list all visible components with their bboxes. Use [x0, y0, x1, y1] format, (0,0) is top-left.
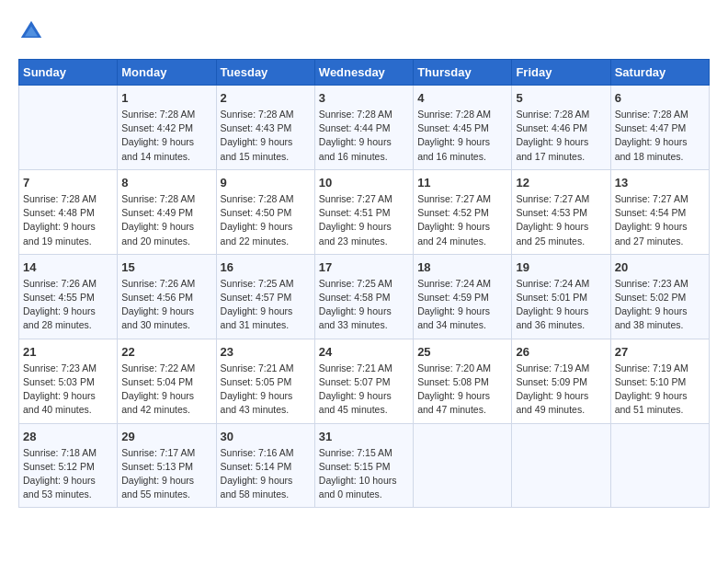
day-info: Sunrise: 7:26 AM Sunset: 4:56 PM Dayligh…: [121, 277, 211, 333]
day-info: Sunrise: 7:17 AM Sunset: 5:13 PM Dayligh…: [121, 446, 211, 502]
day-number: 16: [221, 260, 311, 274]
day-info: Sunrise: 7:28 AM Sunset: 4:44 PM Dayligh…: [319, 108, 409, 164]
calendar-cell: 9Sunrise: 7:28 AM Sunset: 4:50 PM Daylig…: [216, 169, 314, 254]
day-number: 5: [516, 91, 606, 105]
day-number: 3: [319, 91, 409, 105]
day-info: Sunrise: 7:28 AM Sunset: 4:48 PM Dayligh…: [23, 192, 113, 248]
calendar-cell: 14Sunrise: 7:26 AM Sunset: 4:55 PM Dayli…: [19, 254, 118, 339]
calendar-cell: 27Sunrise: 7:19 AM Sunset: 5:10 PM Dayli…: [610, 339, 709, 423]
calendar-cell: 2Sunrise: 7:28 AM Sunset: 4:43 PM Daylig…: [216, 86, 314, 170]
day-number: 27: [615, 345, 705, 359]
day-number: 18: [417, 260, 507, 274]
calendar-cell: 13Sunrise: 7:27 AM Sunset: 4:54 PM Dayli…: [610, 169, 709, 254]
day-info: Sunrise: 7:28 AM Sunset: 4:43 PM Dayligh…: [221, 108, 311, 164]
calendar-cell: [414, 423, 512, 508]
day-info: Sunrise: 7:20 AM Sunset: 5:08 PM Dayligh…: [417, 362, 507, 418]
day-number: 2: [221, 91, 311, 105]
day-info: Sunrise: 7:27 AM Sunset: 4:51 PM Dayligh…: [319, 192, 409, 248]
calendar-cell: [19, 86, 118, 170]
header-cell-monday: Monday: [118, 60, 216, 86]
calendar-week-row: 1Sunrise: 7:28 AM Sunset: 4:42 PM Daylig…: [19, 86, 710, 170]
day-info: Sunrise: 7:24 AM Sunset: 4:59 PM Dayligh…: [417, 277, 507, 333]
day-info: Sunrise: 7:27 AM Sunset: 4:54 PM Dayligh…: [615, 192, 705, 248]
calendar-cell: 16Sunrise: 7:25 AM Sunset: 4:57 PM Dayli…: [216, 254, 314, 339]
day-number: 11: [417, 176, 507, 190]
calendar-week-row: 21Sunrise: 7:23 AM Sunset: 5:03 PM Dayli…: [19, 339, 710, 423]
day-info: Sunrise: 7:15 AM Sunset: 5:15 PM Dayligh…: [319, 446, 409, 502]
header-cell-thursday: Thursday: [414, 60, 512, 86]
header-cell-wednesday: Wednesday: [314, 60, 413, 86]
header-cell-sunday: Sunday: [19, 60, 118, 86]
calendar-cell: 20Sunrise: 7:23 AM Sunset: 5:02 PM Dayli…: [610, 254, 709, 339]
day-number: 17: [319, 260, 409, 274]
logo: [18, 18, 48, 44]
day-number: 20: [615, 260, 705, 274]
calendar-cell: 15Sunrise: 7:26 AM Sunset: 4:56 PM Dayli…: [118, 254, 216, 339]
calendar-cell: [610, 423, 709, 508]
day-info: Sunrise: 7:21 AM Sunset: 5:05 PM Dayligh…: [221, 362, 311, 418]
calendar-table: SundayMondayTuesdayWednesdayThursdayFrid…: [18, 59, 710, 508]
day-number: 21: [23, 345, 113, 359]
day-number: 13: [615, 176, 705, 190]
calendar-cell: 21Sunrise: 7:23 AM Sunset: 5:03 PM Dayli…: [19, 339, 118, 423]
day-number: 6: [615, 91, 705, 105]
calendar-cell: 1Sunrise: 7:28 AM Sunset: 4:42 PM Daylig…: [118, 86, 216, 170]
day-info: Sunrise: 7:25 AM Sunset: 4:58 PM Dayligh…: [319, 277, 409, 333]
header-row: SundayMondayTuesdayWednesdayThursdayFrid…: [19, 60, 710, 86]
day-info: Sunrise: 7:22 AM Sunset: 5:04 PM Dayligh…: [121, 362, 211, 418]
day-info: Sunrise: 7:28 AM Sunset: 4:45 PM Dayligh…: [417, 108, 507, 164]
day-number: 22: [121, 345, 211, 359]
day-info: Sunrise: 7:25 AM Sunset: 4:57 PM Dayligh…: [221, 277, 311, 333]
calendar-cell: 29Sunrise: 7:17 AM Sunset: 5:13 PM Dayli…: [118, 423, 216, 508]
day-number: 31: [319, 430, 409, 443]
day-info: Sunrise: 7:18 AM Sunset: 5:12 PM Dayligh…: [23, 446, 113, 502]
calendar-week-row: 14Sunrise: 7:26 AM Sunset: 4:55 PM Dayli…: [19, 254, 710, 339]
calendar-cell: 26Sunrise: 7:19 AM Sunset: 5:09 PM Dayli…: [512, 339, 610, 423]
day-number: 25: [417, 345, 507, 359]
day-number: 4: [417, 91, 507, 105]
header-cell-saturday: Saturday: [610, 60, 709, 86]
day-info: Sunrise: 7:21 AM Sunset: 5:07 PM Dayligh…: [319, 362, 409, 418]
header-cell-friday: Friday: [512, 60, 610, 86]
page-header: [18, 18, 710, 44]
calendar-body: 1Sunrise: 7:28 AM Sunset: 4:42 PM Daylig…: [19, 86, 710, 508]
calendar-week-row: 7Sunrise: 7:28 AM Sunset: 4:48 PM Daylig…: [19, 169, 710, 254]
day-number: 10: [319, 176, 409, 190]
day-info: Sunrise: 7:23 AM Sunset: 5:03 PM Dayligh…: [23, 362, 113, 418]
day-info: Sunrise: 7:28 AM Sunset: 4:50 PM Dayligh…: [221, 192, 311, 248]
calendar-cell: 3Sunrise: 7:28 AM Sunset: 4:44 PM Daylig…: [314, 86, 413, 170]
day-number: 7: [23, 176, 113, 190]
calendar-cell: 4Sunrise: 7:28 AM Sunset: 4:45 PM Daylig…: [414, 86, 512, 170]
day-number: 19: [516, 260, 606, 274]
calendar-cell: 31Sunrise: 7:15 AM Sunset: 5:15 PM Dayli…: [314, 423, 413, 508]
calendar-cell: 22Sunrise: 7:22 AM Sunset: 5:04 PM Dayli…: [118, 339, 216, 423]
calendar-cell: 28Sunrise: 7:18 AM Sunset: 5:12 PM Dayli…: [19, 423, 118, 508]
calendar-cell: 11Sunrise: 7:27 AM Sunset: 4:52 PM Dayli…: [414, 169, 512, 254]
day-number: 14: [23, 260, 113, 274]
day-info: Sunrise: 7:28 AM Sunset: 4:47 PM Dayligh…: [615, 108, 705, 164]
logo-icon: [18, 18, 44, 44]
calendar-cell: 10Sunrise: 7:27 AM Sunset: 4:51 PM Dayli…: [314, 169, 413, 254]
calendar-cell: 18Sunrise: 7:24 AM Sunset: 4:59 PM Dayli…: [414, 254, 512, 339]
calendar-week-row: 28Sunrise: 7:18 AM Sunset: 5:12 PM Dayli…: [19, 423, 710, 508]
day-number: 1: [121, 91, 211, 105]
day-number: 23: [221, 345, 311, 359]
day-number: 26: [516, 345, 606, 359]
calendar-cell: 30Sunrise: 7:16 AM Sunset: 5:14 PM Dayli…: [216, 423, 314, 508]
day-number: 12: [516, 176, 606, 190]
calendar-cell: [512, 423, 610, 508]
calendar-cell: 6Sunrise: 7:28 AM Sunset: 4:47 PM Daylig…: [610, 86, 709, 170]
calendar-cell: 5Sunrise: 7:28 AM Sunset: 4:46 PM Daylig…: [512, 86, 610, 170]
calendar-header: SundayMondayTuesdayWednesdayThursdayFrid…: [19, 60, 710, 86]
day-number: 24: [319, 345, 409, 359]
day-info: Sunrise: 7:19 AM Sunset: 5:09 PM Dayligh…: [516, 362, 606, 418]
day-info: Sunrise: 7:27 AM Sunset: 4:53 PM Dayligh…: [516, 192, 606, 248]
calendar-cell: 25Sunrise: 7:20 AM Sunset: 5:08 PM Dayli…: [414, 339, 512, 423]
day-number: 30: [221, 430, 311, 443]
day-info: Sunrise: 7:27 AM Sunset: 4:52 PM Dayligh…: [417, 192, 507, 248]
calendar-cell: 24Sunrise: 7:21 AM Sunset: 5:07 PM Dayli…: [314, 339, 413, 423]
day-info: Sunrise: 7:16 AM Sunset: 5:14 PM Dayligh…: [221, 446, 311, 502]
calendar-cell: 7Sunrise: 7:28 AM Sunset: 4:48 PM Daylig…: [19, 169, 118, 254]
day-info: Sunrise: 7:23 AM Sunset: 5:02 PM Dayligh…: [615, 277, 705, 333]
day-number: 8: [121, 176, 211, 190]
